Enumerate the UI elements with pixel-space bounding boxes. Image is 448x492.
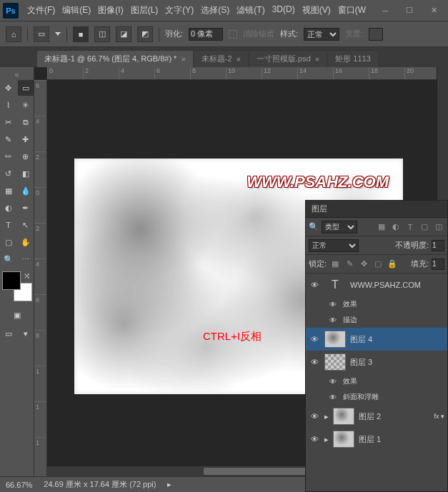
screen-mode-menu[interactable]: ▾	[18, 326, 34, 341]
tab-doc4[interactable]: 矩形 1113	[328, 50, 378, 67]
layer-2[interactable]: 👁 ▸ 图层 2 fx ▾	[306, 405, 447, 428]
layer-fx-bevel[interactable]: 👁 斜面和浮雕	[306, 389, 447, 405]
lock-brush-icon[interactable]: ✎	[344, 258, 355, 270]
selection-add-icon[interactable]: ◫	[94, 26, 110, 42]
document-size[interactable]: 24.69 厘米 x 17.64 厘米 (72 ppi)	[44, 479, 156, 490]
eyedropper-tool[interactable]: ✎	[1, 131, 16, 147]
zoom-level[interactable]: 66.67%	[6, 481, 32, 489]
chevron-down-icon[interactable]	[55, 32, 61, 36]
home-icon[interactable]: ⌂	[6, 26, 21, 42]
ruler-vertical[interactable]: 64202468111	[34, 80, 47, 476]
layer-3[interactable]: 👁 图层 3	[306, 351, 447, 373]
layer-fx-group[interactable]: 👁 效果	[306, 373, 447, 389]
crop-tool[interactable]: ✂	[1, 114, 16, 130]
layer-1[interactable]: 👁 ▸ 图层 1	[306, 428, 447, 451]
style-select[interactable]: 正常	[304, 28, 339, 41]
default-colors-icon[interactable]	[2, 293, 11, 301]
menu-type[interactable]: 文字(Y)	[162, 1, 196, 19]
filter-pixel-icon[interactable]: ▦	[376, 221, 387, 233]
visibility-icon[interactable]: 👁	[309, 279, 320, 291]
close-icon[interactable]: ×	[315, 55, 319, 64]
filter-adjust-icon[interactable]: ◐	[390, 221, 402, 233]
clone-tool[interactable]: ⊕	[18, 149, 34, 164]
menu-3d[interactable]: 3D(D)	[269, 1, 298, 19]
chevron-right-icon[interactable]: ▸	[324, 412, 329, 421]
lock-all-icon[interactable]: 🔒	[387, 258, 398, 270]
chevron-right-icon[interactable]: ▸	[324, 435, 329, 444]
search-icon[interactable]: 🔍	[309, 222, 319, 231]
swap-colors-icon[interactable]: ⤭	[24, 271, 32, 280]
layer-fx-stroke[interactable]: 👁 描边	[306, 312, 447, 328]
menu-filter[interactable]: 滤镜(T)	[234, 1, 267, 19]
marquee-tool[interactable]: ▭	[18, 80, 34, 96]
opacity-input[interactable]	[432, 240, 444, 251]
tab-doc1[interactable]: 未标题-1 @ 66.7% (图层 4, RGB/8#) *×	[37, 50, 193, 67]
visibility-icon[interactable]: 👁	[327, 376, 339, 387]
menu-window[interactable]: 窗口(W	[335, 1, 369, 19]
feather-input[interactable]	[189, 28, 223, 41]
selection-new-icon[interactable]: ■	[73, 26, 89, 42]
dodge-tool[interactable]: ◐	[1, 200, 16, 216]
blur-tool[interactable]: 💧	[18, 183, 34, 199]
toolbox-collapse-icon[interactable]: «	[0, 70, 34, 79]
fx-badge[interactable]: fx ▾	[434, 413, 444, 420]
color-swatches[interactable]: ⤭	[2, 271, 32, 301]
menu-edit[interactable]: 编辑(E)	[59, 1, 94, 19]
layer-4[interactable]: 👁 图层 4	[306, 328, 447, 351]
gradient-tool[interactable]: ▦	[1, 183, 16, 199]
selection-subtract-icon[interactable]: ◪	[116, 26, 131, 42]
menu-select[interactable]: 选择(S)	[198, 1, 232, 19]
edit-toolbar[interactable]: ⋯	[18, 251, 34, 267]
lock-artboard-icon[interactable]: ▢	[372, 258, 384, 270]
visibility-icon[interactable]: 👁	[327, 298, 339, 310]
filter-text-icon[interactable]: T	[404, 221, 416, 233]
move-tool[interactable]: ✥	[1, 80, 16, 96]
layers-tab[interactable]: 图层	[306, 201, 447, 218]
minimize-button[interactable]: ─	[374, 2, 397, 19]
marquee-tool-icon[interactable]: ▭	[34, 26, 49, 42]
blend-mode-select[interactable]: 正常	[309, 239, 359, 252]
eraser-tool[interactable]: ◧	[18, 166, 34, 181]
lock-pixels-icon[interactable]: ▦	[329, 258, 341, 270]
ruler-horizontal[interactable]: 0246810121416182022	[47, 67, 448, 80]
menu-image[interactable]: 图像(I)	[95, 1, 126, 19]
zoom-tool[interactable]: 🔍	[1, 251, 16, 267]
lock-position-icon[interactable]: ✥	[358, 258, 369, 270]
close-icon[interactable]: ×	[181, 55, 185, 64]
brush-tool[interactable]: ✏	[1, 149, 16, 164]
tab-doc3[interactable]: 一寸照模版.psd×	[249, 50, 327, 67]
selection-intersect-icon[interactable]: ◩	[137, 26, 153, 42]
lasso-tool[interactable]: ⌇	[1, 97, 16, 113]
foreground-color[interactable]	[2, 271, 21, 290]
pen-tool[interactable]: ✒	[18, 200, 34, 216]
shape-tool[interactable]: ▢	[1, 234, 16, 250]
history-brush-tool[interactable]: ↺	[1, 166, 16, 181]
visibility-icon[interactable]: 👁	[309, 333, 320, 345]
screen-mode-tool[interactable]: ▭	[1, 326, 16, 341]
visibility-icon[interactable]: 👁	[309, 411, 320, 422]
healing-tool[interactable]: ✚	[18, 131, 34, 147]
quick-mask-tool[interactable]: ▣	[9, 307, 25, 323]
collapsed-panels[interactable]	[437, 67, 448, 200]
hand-tool[interactable]: ✋	[18, 234, 34, 250]
slice-tool[interactable]: ⧉	[18, 114, 34, 130]
layer-text[interactable]: 👁 T WWW.PSAHZ.COM	[306, 273, 447, 296]
menu-file[interactable]: 文件(F)	[24, 1, 58, 19]
close-icon[interactable]: ×	[237, 55, 241, 64]
magic-wand-tool[interactable]: ✳	[18, 97, 34, 113]
visibility-icon[interactable]: 👁	[327, 391, 339, 403]
chevron-right-icon[interactable]: ▸	[167, 480, 171, 489]
menu-view[interactable]: 视图(V)	[299, 1, 334, 19]
fill-input[interactable]	[432, 258, 444, 270]
visibility-icon[interactable]: 👁	[309, 433, 320, 445]
visibility-icon[interactable]: 👁	[309, 356, 320, 368]
maximize-button[interactable]: ☐	[398, 2, 421, 19]
path-tool[interactable]: ↖	[18, 217, 34, 233]
type-tool[interactable]: T	[1, 217, 16, 233]
filter-type-select[interactable]: 类型	[322, 221, 357, 234]
layer-fx-group[interactable]: 👁 效果	[306, 296, 447, 312]
filter-shape-icon[interactable]: ▢	[419, 221, 430, 233]
close-button[interactable]: ✕	[422, 2, 445, 19]
tab-doc2[interactable]: 未标题-2×	[194, 50, 248, 67]
visibility-icon[interactable]: 👁	[327, 314, 339, 326]
